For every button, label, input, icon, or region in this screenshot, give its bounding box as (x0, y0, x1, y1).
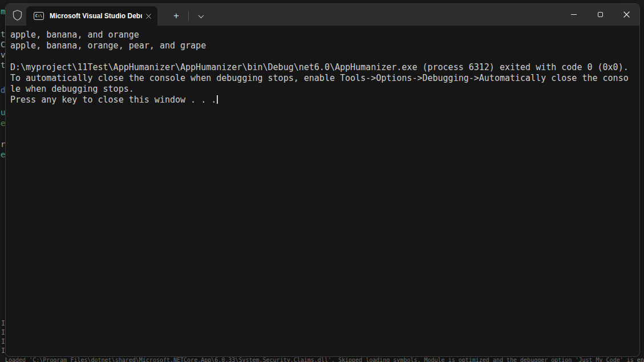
text-cursor (217, 95, 218, 104)
console-line: To automatically close the console when … (10, 73, 639, 84)
minimize-button[interactable] (561, 4, 587, 25)
admin-shield-icon (11, 9, 23, 21)
command-prompt-icon: C:\ (34, 12, 44, 20)
maximize-icon (598, 12, 603, 17)
new-tab-button[interactable]: + (168, 7, 185, 25)
titlebar: C:\ Microsoft Visual Studio Debug + (6, 4, 639, 26)
screen: mtCvtduere IIII Loaded 'C:\Program Files… (0, 0, 644, 362)
maximize-button[interactable] (587, 4, 613, 25)
tab-title: Microsoft Visual Studio Debug (50, 12, 142, 20)
background-output-line: Loaded 'C:\Program Files\dotnet\shared\M… (5, 357, 644, 362)
console-line: apple, banana, orange, pear, and grape (10, 40, 639, 51)
console-line: Press any key to close this window . . . (10, 95, 639, 105)
window-controls (561, 4, 639, 25)
terminal-tab[interactable]: C:\ Microsoft Visual Studio Debug (26, 6, 157, 26)
console-line: apple, banana, and orange (10, 30, 639, 40)
console-output[interactable]: apple, banana, and orangeapple, banana, … (6, 26, 639, 357)
tabbar-divider (188, 11, 189, 21)
terminal-window: C:\ Microsoft Visual Studio Debug + (5, 3, 640, 357)
window-close-button[interactable] (613, 4, 639, 25)
console-line: D:\myproject\11Test\AppHumanizer\AppHuma… (10, 62, 639, 73)
minimize-icon (571, 14, 577, 15)
close-icon (623, 11, 630, 18)
console-line: le when debugging stops. (10, 84, 639, 95)
titlebar-drag-region[interactable] (209, 4, 561, 26)
tab-dropdown-button[interactable] (192, 7, 209, 25)
tab-close-button[interactable] (142, 10, 155, 22)
chevron-down-icon (198, 13, 204, 18)
console-line (10, 51, 639, 62)
